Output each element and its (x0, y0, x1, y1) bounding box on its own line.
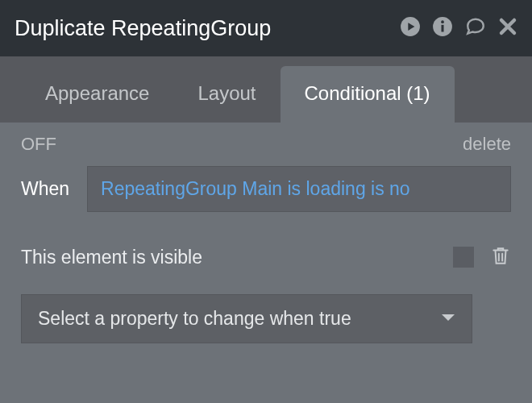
play-icon[interactable] (400, 16, 421, 40)
conditional-body: OFF delete When RepeatingGroup Main is l… (0, 123, 532, 363)
svg-point-3 (441, 20, 444, 23)
header-action-icons (400, 16, 517, 40)
chevron-down-icon (441, 312, 455, 326)
condition-row-header: OFF delete (21, 134, 511, 155)
property-dropdown[interactable]: Select a property to change when true (21, 294, 472, 343)
when-row: When RepeatingGroup Main is loading is n… (21, 166, 511, 212)
tab-layout[interactable]: Layout (173, 66, 280, 123)
dropdown-placeholder: Select a property to change when true (38, 308, 441, 330)
tab-bar: Appearance Layout Conditional (1) (0, 56, 532, 123)
panel-title: Duplicate RepeatingGroup (15, 16, 400, 41)
info-icon[interactable] (432, 16, 453, 40)
delete-condition-link[interactable]: delete (463, 134, 511, 155)
when-label: When (21, 178, 69, 200)
close-icon[interactable] (498, 17, 517, 39)
trash-icon[interactable] (490, 244, 511, 270)
svg-rect-2 (441, 25, 443, 32)
expression-text: RepeatingGroup Main is loading is no (101, 178, 410, 200)
property-row: This element is visible (21, 244, 511, 270)
visible-checkbox[interactable] (453, 247, 474, 268)
property-label: This element is visible (21, 247, 453, 268)
panel-header: Duplicate RepeatingGroup (0, 0, 532, 56)
comment-icon[interactable] (464, 16, 487, 40)
expression-input[interactable]: RepeatingGroup Main is loading is no (87, 166, 511, 212)
tab-appearance[interactable]: Appearance (21, 66, 173, 123)
condition-state-toggle[interactable]: OFF (21, 134, 56, 155)
tab-conditional[interactable]: Conditional (1) (281, 66, 455, 123)
